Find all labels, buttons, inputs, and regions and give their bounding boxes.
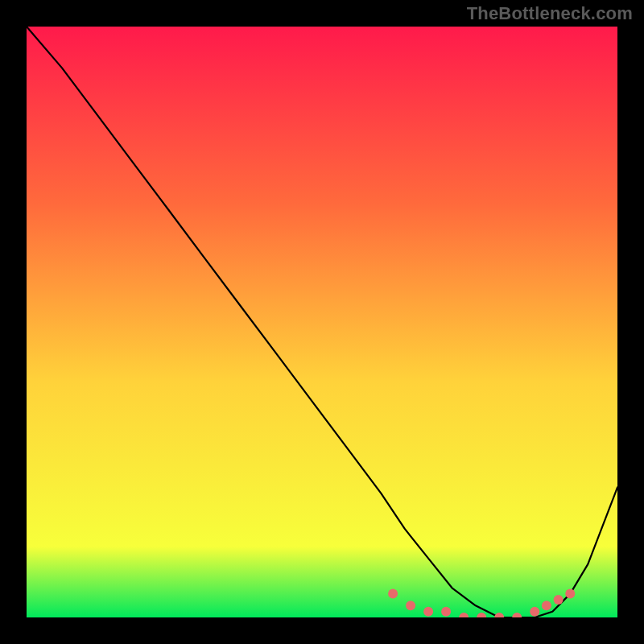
chart-marker — [423, 607, 433, 617]
chart-stage: TheBottleneck.com — [0, 0, 644, 644]
chart-marker — [441, 607, 451, 617]
chart-marker — [388, 589, 398, 599]
chart-plot-area — [27, 27, 617, 617]
chart-marker — [406, 601, 415, 610]
chart-svg — [27, 27, 617, 617]
watermark-label: TheBottleneck.com — [467, 3, 633, 24]
chart-marker — [542, 601, 551, 610]
chart-marker — [565, 589, 575, 599]
chart-background — [27, 27, 617, 617]
chart-marker — [554, 595, 564, 605]
chart-marker — [530, 607, 539, 617]
